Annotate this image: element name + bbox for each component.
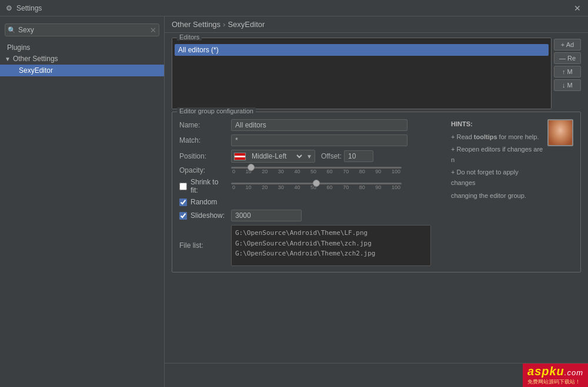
offset-label: Offset:: [321, 152, 342, 160]
name-label: Name:: [179, 121, 226, 129]
file-list[interactable]: G:\OpenSource\Android\Theme\LF.png G:\Op…: [231, 225, 431, 266]
shrink-label: Shrink to fit:: [191, 178, 226, 194]
sidebar: 🔍 ✕ Plugins ▼ Other Settings SexyEditor: [0, 16, 165, 387]
shrink-checkbox-row: Shrink to fit:: [179, 178, 226, 194]
move-down-button[interactable]: ↓ M: [554, 79, 581, 91]
add-editor-button[interactable]: + Ad: [554, 39, 581, 51]
content-area: Other Settings › SexyEditor Editors All …: [165, 16, 588, 387]
slideshow-checkbox[interactable]: [179, 212, 187, 220]
random-label: Random: [191, 198, 217, 206]
breadcrumb-separator: ›: [223, 20, 225, 29]
slideshow-label: Slideshow:: [191, 211, 225, 220]
breadcrumb-parent: Other Settings: [172, 20, 220, 29]
close-button[interactable]: ✕: [572, 2, 583, 14]
dialog-body: 🔍 ✕ Plugins ▼ Other Settings SexyEditor …: [0, 16, 588, 387]
position-select[interactable]: Middle-Left Middle-Right Top-Left Top-Ri…: [248, 151, 304, 161]
random-checkbox[interactable]: [179, 198, 187, 206]
editors-button-column: + Ad — Re ↑ M ↓ M: [554, 38, 581, 91]
random-checkbox-row: Random: [179, 198, 439, 206]
dialog-title: Settings: [16, 4, 42, 12]
shrink-ticks: 0 10 20 30 40 50 60 70 80 90: [231, 184, 402, 190]
search-input[interactable]: [5, 23, 159, 36]
file-list-item: G:\OpenSource\Android\Theme\LF.png: [235, 228, 427, 238]
match-input[interactable]: [231, 134, 407, 146]
scrollable-content: Editors All editors (*) + Ad — Re ↑ M ↓ …: [165, 33, 588, 363]
editors-panel: Editors All editors (*) + Ad — Re ↑ M ↓ …: [172, 38, 581, 109]
shrink-checkbox[interactable]: [179, 183, 187, 190]
sidebar-plugins-label[interactable]: Plugins: [0, 41, 164, 53]
config-legend: Editor group configuration: [177, 107, 256, 115]
hints-tooltips-bold: tooltips: [474, 133, 497, 140]
name-input[interactable]: [231, 119, 407, 131]
position-flag-icon: [234, 153, 246, 160]
watermark-text: aspku: [527, 365, 564, 378]
editor-group-config: Editor group configuration Name: Match: …: [172, 112, 581, 272]
hints-line3: + Do not forget to apply changes: [451, 167, 543, 188]
watermark: aspku.com 免费网站源码下载站！: [523, 364, 588, 387]
search-container: 🔍 ✕: [0, 21, 164, 41]
move-up-button[interactable]: ↑ M: [554, 66, 581, 78]
breadcrumb: Other Settings › SexyEditor: [165, 16, 588, 33]
thumbnail-image: [547, 119, 573, 146]
hints-line4: changing the editor group.: [451, 191, 543, 201]
position-row: Middle-Left Middle-Right Top-Left Top-Ri…: [231, 150, 439, 163]
file-list-item: G:\OpenSource\Android\Theme\zch2.jpg: [235, 248, 427, 259]
sidebar-other-settings-label: Other Settings: [13, 55, 58, 63]
hints-line2: + Reopen editors if changes are n: [451, 144, 543, 165]
shrink-slider-container: 0 10 20 30 40 50 60 70 80 90: [231, 183, 439, 190]
editors-list: All editors (*): [172, 38, 551, 109]
editors-legend: Editors: [177, 33, 202, 41]
search-clear-icon[interactable]: ✕: [150, 26, 156, 35]
sidebar-item-sexyeditor[interactable]: SexyEditor: [0, 65, 164, 76]
thumbnail-face: [549, 120, 572, 145]
editors-list-item[interactable]: All editors (*): [175, 44, 549, 56]
title-bar: ⚙ Settings ✕: [0, 0, 588, 16]
hints-title: HINTS:: [451, 119, 543, 130]
slideshow-input[interactable]: [231, 210, 302, 221]
watermark-sub: 免费网站源码下载站！: [527, 378, 583, 386]
search-icon: 🔍: [8, 26, 16, 34]
position-select-wrapper: Middle-Left Middle-Right Top-Left Top-Ri…: [231, 150, 315, 163]
offset-input[interactable]: [344, 150, 373, 162]
watermark-suffix: .com: [564, 368, 583, 377]
sidebar-other-settings-header[interactable]: ▼ Other Settings: [0, 53, 164, 65]
breadcrumb-child: SexyEditor: [228, 20, 265, 29]
hints-line1: + Read tooltips for more help.: [451, 132, 543, 143]
position-label: Position:: [179, 152, 226, 160]
file-list-item: G:\OpenSource\Android\Theme\zch.jpg: [235, 238, 427, 249]
config-row: Name: Match: Position:: [179, 119, 573, 266]
opacity-slider-container: 0 10 20 30 40 50 60 70 80 90: [231, 167, 439, 174]
editors-list-wrapper: Editors All editors (*): [172, 38, 552, 109]
opacity-ticks: 0 10 20 30 40 50 60 70 80 90: [231, 169, 402, 174]
slideshow-checkbox-row: Slideshow:: [179, 211, 226, 220]
filelist-label: File list:: [179, 241, 226, 250]
config-left: Name: Match: Position:: [179, 119, 439, 266]
opacity-label: Opacity:: [179, 166, 226, 174]
settings-icon: ⚙: [5, 4, 13, 12]
expand-arrow-icon: ▼: [5, 56, 11, 62]
config-grid: Name: Match: Position:: [179, 119, 439, 266]
search-wrapper: 🔍 ✕: [5, 23, 159, 36]
hints-panel: HINTS: + Read tooltips for more help. + …: [444, 119, 573, 203]
match-label: Match:: [179, 136, 226, 144]
remove-editor-button[interactable]: — Re: [554, 52, 581, 64]
